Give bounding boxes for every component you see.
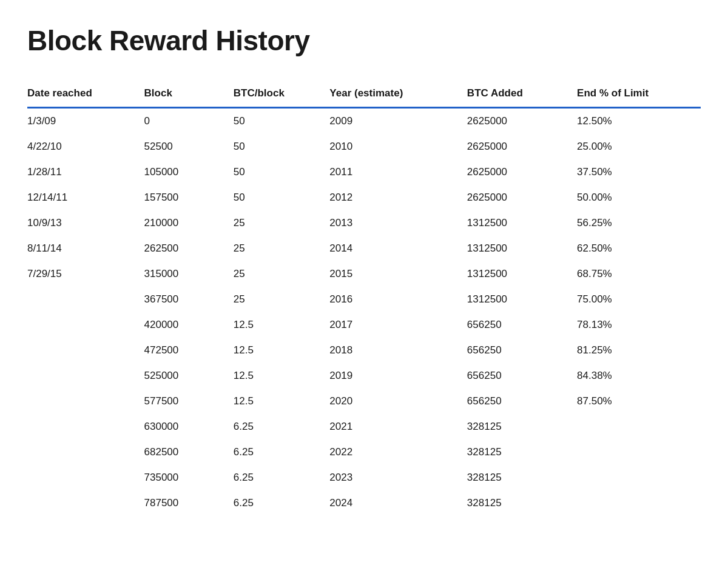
cell-btc-added: 328125: [467, 414, 577, 439]
table-row: 52500012.5201965625084.38%: [27, 363, 701, 389]
cell-btc-block: 50: [234, 134, 330, 159]
cell-block: 105000: [144, 159, 234, 185]
cell-year: 2024: [329, 490, 467, 516]
cell-btc-added: 328125: [467, 465, 577, 490]
cell-date: 8/11/14: [27, 236, 144, 261]
table-header-row: Date reached Block BTC/block Year (estim…: [27, 81, 701, 107]
cell-date: 12/14/11: [27, 185, 144, 210]
cell-block: 577500: [144, 389, 234, 414]
cell-btc-added: 1312500: [467, 236, 577, 261]
cell-block: 525000: [144, 363, 234, 389]
col-header-date: Date reached: [27, 81, 144, 107]
cell-year: 2021: [329, 414, 467, 439]
table-row: 42000012.5201765625078.13%: [27, 312, 701, 338]
cell-end-pct: 12.50%: [577, 109, 701, 134]
cell-end-pct: 25.00%: [577, 134, 701, 159]
table-row: 4/22/1052500502010262500025.00%: [27, 134, 701, 159]
cell-end-pct: 62.50%: [577, 236, 701, 261]
cell-date: 1/3/09: [27, 109, 144, 134]
cell-btc-block: 12.5: [234, 338, 330, 363]
cell-end-pct: [577, 439, 701, 465]
table-row: 10/9/13210000252013131250056.25%: [27, 210, 701, 236]
cell-year: 2023: [329, 465, 467, 490]
cell-date: 10/9/13: [27, 210, 144, 236]
cell-year: 2019: [329, 363, 467, 389]
cell-btc-block: 50: [234, 159, 330, 185]
cell-year: 2022: [329, 439, 467, 465]
cell-year: 2016: [329, 287, 467, 312]
cell-btc-added: 656250: [467, 363, 577, 389]
table-row: 12/14/11157500502012262500050.00%: [27, 185, 701, 210]
cell-block: 367500: [144, 287, 234, 312]
cell-block: 52500: [144, 134, 234, 159]
table-row: 6825006.252022328125: [27, 439, 701, 465]
cell-date: 7/29/15: [27, 261, 144, 287]
table-row: 1/28/11105000502011262500037.50%: [27, 159, 701, 185]
cell-date: [27, 465, 144, 490]
cell-end-pct: 56.25%: [577, 210, 701, 236]
cell-year: 2010: [329, 134, 467, 159]
table-row: 47250012.5201865625081.25%: [27, 338, 701, 363]
cell-btc-block: 12.5: [234, 363, 330, 389]
cell-btc-block: 6.25: [234, 465, 330, 490]
cell-block: 315000: [144, 261, 234, 287]
cell-year: 2012: [329, 185, 467, 210]
table-row: 7350006.252023328125: [27, 465, 701, 490]
cell-end-pct: [577, 414, 701, 439]
cell-end-pct: [577, 490, 701, 516]
cell-btc-block: 50: [234, 185, 330, 210]
cell-btc-added: 2625000: [467, 185, 577, 210]
cell-btc-added: 1312500: [467, 261, 577, 287]
table-row: 367500252016131250075.00%: [27, 287, 701, 312]
cell-block: 787500: [144, 490, 234, 516]
block-reward-table: Date reached Block BTC/block Year (estim…: [27, 81, 701, 516]
cell-year: 2014: [329, 236, 467, 261]
cell-btc-added: 2625000: [467, 159, 577, 185]
col-header-block: Block: [144, 81, 234, 107]
cell-year: 2017: [329, 312, 467, 338]
cell-date: [27, 363, 144, 389]
cell-block: 210000: [144, 210, 234, 236]
cell-date: [27, 338, 144, 363]
cell-btc-block: 50: [234, 109, 330, 134]
cell-btc-block: 25: [234, 287, 330, 312]
cell-end-pct: 37.50%: [577, 159, 701, 185]
page-title: Block Reward History: [27, 24, 701, 57]
col-header-btc-added: BTC Added: [467, 81, 577, 107]
col-header-end-pct: End % of Limit: [577, 81, 701, 107]
cell-block: 157500: [144, 185, 234, 210]
cell-year: 2009: [329, 109, 467, 134]
cell-year: 2015: [329, 261, 467, 287]
cell-btc-added: 1312500: [467, 210, 577, 236]
cell-block: 262500: [144, 236, 234, 261]
cell-btc-added: 656250: [467, 312, 577, 338]
cell-btc-added: 328125: [467, 439, 577, 465]
cell-block: 0: [144, 109, 234, 134]
cell-year: 2018: [329, 338, 467, 363]
cell-end-pct: 78.13%: [577, 312, 701, 338]
cell-date: [27, 439, 144, 465]
table-row: 57750012.5202065625087.50%: [27, 389, 701, 414]
cell-date: 4/22/10: [27, 134, 144, 159]
cell-btc-block: 25: [234, 261, 330, 287]
cell-btc-added: 2625000: [467, 134, 577, 159]
cell-block: 630000: [144, 414, 234, 439]
table-row: 1/3/090502009262500012.50%: [27, 109, 701, 134]
cell-year: 2013: [329, 210, 467, 236]
table-row: 8/11/14262500252014131250062.50%: [27, 236, 701, 261]
cell-btc-block: 25: [234, 236, 330, 261]
cell-end-pct: 87.50%: [577, 389, 701, 414]
table-row: 7875006.252024328125: [27, 490, 701, 516]
cell-block: 682500: [144, 439, 234, 465]
cell-end-pct: 81.25%: [577, 338, 701, 363]
cell-end-pct: 50.00%: [577, 185, 701, 210]
cell-block: 735000: [144, 465, 234, 490]
cell-end-pct: [577, 465, 701, 490]
cell-btc-block: 6.25: [234, 490, 330, 516]
table-row: 6300006.252021328125: [27, 414, 701, 439]
cell-block: 420000: [144, 312, 234, 338]
cell-btc-added: 656250: [467, 389, 577, 414]
col-header-btc-block: BTC/block: [234, 81, 330, 107]
cell-btc-added: 656250: [467, 338, 577, 363]
col-header-year: Year (estimate): [329, 81, 467, 107]
